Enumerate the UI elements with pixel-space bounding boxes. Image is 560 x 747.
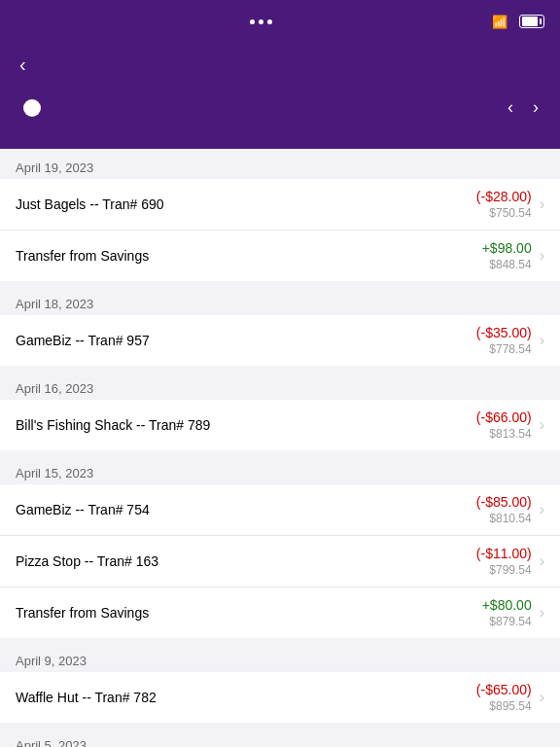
- chevron-right-icon: ›: [540, 332, 544, 349]
- table-row[interactable]: Pizza Stop -- Tran# 163(-$11.00)$799.54›: [0, 536, 560, 587]
- transaction-name: Transfer from Savings: [16, 248, 482, 264]
- balance-after: $799.54: [489, 563, 531, 577]
- account-title-group: [16, 99, 41, 117]
- nav-bar: ‹: [0, 43, 560, 86]
- transaction-amount-group: (-$35.00)$778.54: [476, 325, 532, 356]
- transaction-group: April 5, 2023Next Best Thing -- Tran# 35…: [0, 727, 560, 747]
- chevron-right-icon: ›: [540, 416, 544, 434]
- prev-account-button[interactable]: ‹: [502, 95, 519, 120]
- table-row[interactable]: Waffle Hut -- Tran# 782(-$65.00)$895.54›: [0, 672, 560, 723]
- transaction-name: Transfer from Savings: [16, 605, 482, 621]
- transaction-amount: +$80.00: [482, 597, 532, 613]
- transaction-list: April 19, 2023Just Bagels -- Tran# 690(-…: [0, 149, 560, 747]
- account-header: ‹ ›: [0, 86, 560, 129]
- account-nav-arrows: ‹ ›: [502, 95, 544, 120]
- chevron-right-icon: ›: [540, 604, 544, 622]
- battery-icon: [519, 15, 544, 28]
- transaction-name: Waffle Hut -- Tran# 782: [16, 690, 476, 705]
- balance-after: $879.54: [489, 615, 531, 628]
- table-row[interactable]: Transfer from Savings+$98.00$848.54›: [0, 231, 560, 281]
- status-icons: 📶: [492, 15, 544, 29]
- date-header: April 19, 2023: [0, 149, 560, 179]
- chevron-right-icon: ›: [540, 196, 544, 213]
- balance-after: $750.54: [489, 206, 531, 220]
- transaction-amount: (-$35.00): [476, 325, 532, 340]
- balance-after: $778.54: [489, 342, 531, 356]
- transaction-amount: (-$85.00): [476, 494, 532, 510]
- status-dots: [250, 19, 272, 24]
- transaction-group: April 19, 2023Just Bagels -- Tran# 690(-…: [0, 149, 560, 281]
- balance-after: $848.54: [489, 258, 531, 271]
- chevron-right-icon: ›: [540, 552, 544, 570]
- next-account-button[interactable]: ›: [527, 95, 544, 120]
- date-header: April 18, 2023: [0, 285, 560, 315]
- date-header: April 15, 2023: [0, 454, 560, 484]
- transaction-amount: (-$66.00): [476, 409, 532, 425]
- transaction-name: Pizza Stop -- Tran# 163: [16, 553, 476, 569]
- balance-bar: [0, 129, 560, 149]
- transaction-group: April 18, 2023GameBiz -- Tran# 957(-$35.…: [0, 285, 560, 366]
- dot3: [267, 19, 272, 24]
- transaction-amount-group: (-$65.00)$895.54: [476, 682, 532, 713]
- chevron-right-icon: ›: [540, 247, 544, 265]
- transaction-amount-group: (-$66.00)$813.54: [476, 409, 532, 441]
- transaction-name: Bill's Fishing Shack -- Tran# 789: [16, 417, 476, 433]
- transaction-group: April 9, 2023Waffle Hut -- Tran# 782(-$6…: [0, 642, 560, 723]
- table-row[interactable]: Bill's Fishing Shack -- Tran# 789(-$66.0…: [0, 400, 560, 450]
- chevron-right-icon: ›: [540, 501, 544, 518]
- transaction-amount-group: (-$11.00)$799.54: [476, 546, 532, 577]
- transaction-group: April 16, 2023Bill's Fishing Shack -- Tr…: [0, 370, 560, 450]
- transaction-amount: (-$65.00): [476, 682, 532, 697]
- transaction-amount: +$98.00: [482, 240, 532, 256]
- date-header: April 9, 2023: [0, 642, 560, 672]
- transaction-group: April 15, 2023GameBiz -- Tran# 754(-$85.…: [0, 454, 560, 638]
- status-time-date: [16, 15, 30, 29]
- status-bar: 📶: [0, 0, 560, 43]
- back-button[interactable]: ‹: [16, 50, 30, 80]
- table-row[interactable]: GameBiz -- Tran# 957(-$35.00)$778.54›: [0, 315, 560, 366]
- transaction-amount-group: +$80.00$879.54: [482, 597, 532, 628]
- table-row[interactable]: GameBiz -- Tran# 754(-$85.00)$810.54›: [0, 484, 560, 536]
- balance-after: $813.54: [489, 427, 531, 441]
- info-badge[interactable]: [23, 99, 41, 117]
- transaction-amount-group: (-$28.00)$750.54: [476, 189, 532, 220]
- transaction-amount: (-$11.00): [476, 546, 532, 561]
- dot1: [250, 19, 255, 24]
- chevron-right-icon: ›: [540, 689, 544, 706]
- date-header: April 5, 2023: [0, 727, 560, 747]
- balance-after: $895.54: [489, 699, 531, 713]
- dot2: [259, 19, 263, 24]
- table-row[interactable]: Just Bagels -- Tran# 690(-$28.00)$750.54…: [0, 179, 560, 231]
- transaction-amount: (-$28.00): [476, 189, 532, 204]
- transaction-amount-group: (-$85.00)$810.54: [476, 494, 532, 525]
- transaction-name: Just Bagels -- Tran# 690: [16, 196, 476, 212]
- balance-after: $810.54: [489, 512, 531, 525]
- table-row[interactable]: Transfer from Savings+$80.00$879.54›: [0, 587, 560, 638]
- transaction-name: GameBiz -- Tran# 957: [16, 333, 476, 348]
- wifi-icon: 📶: [492, 15, 508, 29]
- transaction-amount-group: +$98.00$848.54: [482, 240, 532, 271]
- transaction-name: GameBiz -- Tran# 754: [16, 502, 476, 517]
- date-header: April 16, 2023: [0, 370, 560, 400]
